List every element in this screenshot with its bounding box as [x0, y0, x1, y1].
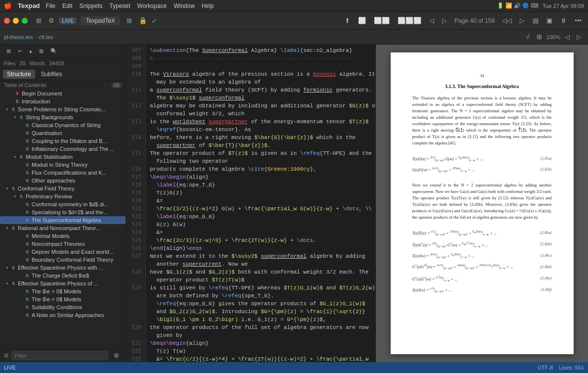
tree-item-suitability[interactable]: S Suitability Conditions	[0, 303, 126, 311]
tree-item-note-similar[interactable]: S A Note on Similar Approaches	[0, 311, 126, 319]
tree-item-charge[interactable]: S The Charge Deficit $\e$	[0, 272, 126, 280]
zoom-in[interactable]: ▷	[574, 32, 584, 42]
ln-509: 509	[126, 62, 145, 70]
label-minimal: Minimal Models	[32, 233, 69, 239]
more-button[interactable]: •••	[572, 15, 584, 26]
nav-next2[interactable]: ▷	[517, 15, 527, 26]
icon-some-problems: S	[10, 107, 17, 112]
tab-structure[interactable]: Structure	[3, 70, 35, 79]
ln-526: 526	[126, 244, 145, 252]
filter-settings-button[interactable]: ⚙	[111, 351, 122, 361]
toolbar-grid-button[interactable]: ⊞	[534, 32, 544, 42]
pdf-page-number: 34	[412, 72, 552, 79]
menu-workspace[interactable]: Workspace	[137, 2, 167, 9]
menu-edit[interactable]: Edit	[62, 2, 73, 9]
texpadtex-label[interactable]: TexpadTeX	[81, 16, 120, 25]
menu-window[interactable]: Window	[174, 2, 195, 9]
tree-item-string-backgrounds[interactable]: ▾ S String Backgrounds	[0, 113, 126, 121]
arrow-eff-st: ▾	[4, 265, 10, 270]
tree-item-quantisation[interactable]: S Quantisation	[0, 129, 126, 137]
tree-item-moduli-st[interactable]: S Moduli in String Theory	[0, 161, 126, 169]
tree-item-superconf[interactable]: S The Superconformal Algebra	[0, 216, 126, 224]
tree-item-e-neg[interactable]: S The $\e < 0$ Models	[0, 295, 126, 303]
menu-help[interactable]: Help	[202, 2, 214, 9]
breadcrumb-file2[interactable]: cft.tex	[39, 34, 53, 40]
breadcrumb-file1[interactable]: jd-thesis.tex	[4, 34, 33, 40]
view-button1[interactable]: ⬜	[356, 15, 368, 26]
tree-item-inflationary[interactable]: S Inflationary Cosmology and The ...	[0, 145, 126, 153]
code-line-512a: algebra may be obtained by including an …	[150, 102, 371, 110]
code-line-517: \beqs\begin{align}	[150, 173, 371, 181]
tree-item-classical[interactable]: S Classical Dynamics of String	[0, 121, 126, 129]
nav-prev[interactable]: ◁	[427, 15, 437, 26]
code-line-514a: before, there is a right moving $\bar{G}…	[150, 134, 371, 141]
settings-button[interactable]: ⚙	[46, 15, 57, 26]
filter-input[interactable]	[11, 351, 108, 360]
toolbar-icon1[interactable]: ⊞	[124, 15, 135, 26]
tree-item-prelim[interactable]: ▾ S Preliminary Review	[0, 192, 126, 200]
view-toggle3[interactable]: ⏸	[558, 15, 569, 26]
tree-item-gepner[interactable]: S Gepner Models and Exact world...	[0, 248, 126, 256]
label-gepner: Gepner Models and Exact world...	[32, 249, 114, 255]
menu-typeset[interactable]: Typeset	[109, 2, 130, 9]
view-button3[interactable]: ⬜⬜⬜	[395, 15, 424, 26]
sidebar-icon4[interactable]: ⊠	[37, 47, 46, 56]
lock-icon[interactable]: 🔒	[136, 15, 149, 26]
view-button2[interactable]: ⬜⬜	[371, 15, 392, 26]
export-button[interactable]: ⬆	[342, 15, 353, 26]
tree-item-coupling[interactable]: S Coupling to the Dilaton and B...	[0, 137, 126, 145]
pdf-page: 34 3.1.3. The Superconformal Algebra The…	[391, 52, 574, 354]
code-editor[interactable]: \subsection{The Superconformal Algebra} …	[146, 45, 375, 362]
eq-46a-label: (3.46a)	[540, 230, 551, 236]
toolbar-math-button[interactable]: √	[524, 32, 532, 42]
tree-item-noncompact[interactable]: S Noncompact Theories	[0, 240, 126, 248]
pdf-content[interactable]: 34 3.1.3. The Superconformal Algebra The…	[376, 45, 588, 362]
ln-524: 524	[126, 229, 145, 236]
sidebar-icon3[interactable]: ♦	[27, 47, 35, 56]
eq-46e-content: G±(z)G±(w) = G±(z)/z−w + ...	[412, 273, 457, 283]
code-line-527b: another supercurrent. Now we	[150, 260, 371, 268]
code-line-507: \subsection{The Superconformal Algebra} …	[150, 47, 371, 54]
tree-item-minimal[interactable]: S Minimal Models	[0, 232, 126, 240]
tree-item-rational[interactable]: ▾ S Rational and Noncompact Theor...	[0, 224, 126, 232]
code-line-515b: following two operator	[150, 157, 371, 165]
tree-item-begin-document[interactable]: X Begin Document	[0, 90, 126, 97]
tree-item-cft[interactable]: ▾ S Conformal Field Theory	[0, 185, 126, 192]
zoom-out[interactable]: ◁	[562, 32, 572, 42]
label-prelim: Preliminary Review	[26, 193, 72, 199]
code-line-528b: operator product $T(z)T(w)$	[150, 276, 371, 284]
tree-item-flux[interactable]: S Flux Compactifications and K...	[0, 169, 126, 177]
code-line-528a: have $G_1(z)$ and $G_2(z)$ both with con…	[150, 268, 371, 276]
maximize-button[interactable]	[22, 18, 28, 24]
pdf-para-1: The Virasoro algebra of the previous sec…	[412, 95, 552, 146]
pdf-body: The Virasoro algebra of the previous sec…	[412, 95, 552, 298]
view-toggle1[interactable]: ▤	[530, 15, 541, 26]
toolbar-right: ⬆ ⬜ ⬜⬜ ⬜⬜⬜ ◁ ▷ Page 40 of 159 ◁◁ ▷ ▤ ▣ ⏸…	[342, 15, 584, 26]
tree-item-some-problems[interactable]: ▾ S Some Problems in String Cosmolo...	[0, 105, 126, 113]
minimize-button[interactable]	[13, 18, 19, 24]
tree-item-moduli-stab[interactable]: ▾ S Moduli Stabilisation	[0, 153, 126, 161]
nav-next[interactable]: ▷	[440, 15, 450, 26]
icon-e-neg: S	[24, 297, 31, 302]
tree-item-boundary[interactable]: S Boundary Conformal Field Theory	[0, 256, 126, 264]
sidebar-search-button[interactable]: 🔍	[48, 47, 60, 56]
menu-file[interactable]: File	[46, 2, 55, 9]
tree-item-spec[interactable]: S Specialising to $d=2$ and the...	[0, 208, 126, 216]
view-toggle2[interactable]: ▣	[544, 15, 555, 26]
label-charge: The Charge Deficit $\e$	[32, 273, 89, 279]
nav-prev2[interactable]: ◁◁	[499, 15, 514, 26]
tree-item-other[interactable]: S Other approaches	[0, 177, 126, 185]
tree-item-eff-st2[interactable]: ▾ S Effective Spacetime Physics of ...	[0, 280, 126, 287]
menu-snippets[interactable]: Snippets	[80, 2, 103, 9]
tree-item-conf-sym[interactable]: S Conformal symmetry in $d$ di...	[0, 200, 126, 208]
sidebar-toggle-button[interactable]: ⊞	[34, 15, 44, 26]
tree-item-e-pos[interactable]: S The $\e > 0$ Models	[0, 287, 126, 295]
sidebar-icon2[interactable]: ↩	[15, 47, 25, 56]
main-layout: ⊞ ↩ ♦ ⊠ 🔍 Files 20 Words 34458 Structure…	[0, 45, 588, 362]
close-button[interactable]	[4, 18, 10, 24]
tree-item-introduction[interactable]: C Introduction	[0, 97, 126, 105]
tree-item-eff-st[interactable]: ▾ S Effective Spacetime Physics with ...	[0, 264, 126, 272]
label-moduli-stab: Moduli Stabilisation	[26, 154, 73, 160]
tab-subfiles[interactable]: Subfiles	[37, 70, 66, 79]
sidebar-icon1[interactable]: ⊞	[4, 47, 13, 56]
